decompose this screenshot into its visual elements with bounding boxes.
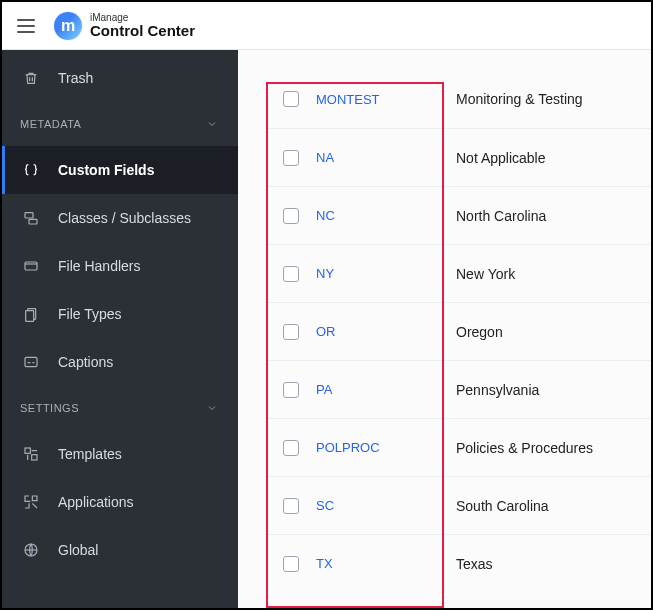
- classes-icon: [20, 210, 42, 226]
- table-row: TXTexas: [266, 534, 651, 592]
- sidebar-item-file-types[interactable]: File Types: [2, 290, 238, 338]
- sidebar-header-label: METADATA: [20, 118, 81, 130]
- row-description: Oregon: [436, 324, 503, 340]
- table-row: NYNew York: [266, 244, 651, 302]
- svg-rect-1: [29, 219, 37, 224]
- svg-rect-2: [25, 262, 37, 270]
- row-checkbox-cell: [266, 440, 316, 456]
- row-checkbox-cell: [266, 382, 316, 398]
- row-checkbox[interactable]: [283, 382, 299, 398]
- sidebar-item-templates[interactable]: Templates: [2, 430, 238, 478]
- row-checkbox[interactable]: [283, 498, 299, 514]
- row-checkbox[interactable]: [283, 556, 299, 572]
- row-code-link[interactable]: NC: [316, 208, 436, 223]
- row-description: Not Applicable: [436, 150, 546, 166]
- table-row: POLPROCPolicies & Procedures: [266, 418, 651, 476]
- svg-rect-5: [25, 357, 37, 366]
- sidebar-item-applications[interactable]: Applications: [2, 478, 238, 526]
- row-checkbox-cell: [266, 266, 316, 282]
- sidebar-header-label: SETTINGS: [20, 402, 79, 414]
- svg-rect-6: [25, 448, 30, 453]
- captions-icon: [20, 354, 42, 370]
- table-row: OROregon: [266, 302, 651, 360]
- sidebar-item-label: Captions: [58, 354, 113, 370]
- sidebar-item-file-handlers[interactable]: File Handlers: [2, 242, 238, 290]
- sidebar-item-global[interactable]: Global: [2, 526, 238, 574]
- file-types-icon: [20, 306, 42, 322]
- table-row: NANot Applicable: [266, 128, 651, 186]
- row-checkbox-cell: [266, 208, 316, 224]
- sidebar-item-classes[interactable]: Classes / Subclasses: [2, 194, 238, 242]
- chevron-down-icon: [206, 402, 218, 414]
- sidebar: Trash METADATA Custom Fields Classes / S…: [2, 50, 238, 608]
- row-description: Policies & Procedures: [436, 440, 593, 456]
- row-checkbox-cell: [266, 150, 316, 166]
- hamburger-menu-button[interactable]: [10, 10, 42, 42]
- row-code-link[interactable]: SC: [316, 498, 436, 513]
- table-row: PAPennsylvania: [266, 360, 651, 418]
- row-description: North Carolina: [436, 208, 546, 224]
- app-header: m iManage Control Center: [2, 2, 651, 50]
- sidebar-item-captions[interactable]: Captions: [2, 338, 238, 386]
- brand-big: Control Center: [90, 23, 195, 38]
- sidebar-header-metadata[interactable]: METADATA: [2, 102, 238, 146]
- row-checkbox-cell: [266, 556, 316, 572]
- row-checkbox-cell: [266, 91, 316, 107]
- row-checkbox-cell: [266, 324, 316, 340]
- row-code-link[interactable]: OR: [316, 324, 436, 339]
- chevron-down-icon: [206, 118, 218, 130]
- file-handlers-icon: [20, 258, 42, 274]
- table-row: NCNorth Carolina: [266, 186, 651, 244]
- row-code-link[interactable]: PA: [316, 382, 436, 397]
- brand-logo[interactable]: m iManage Control Center: [54, 12, 195, 40]
- row-checkbox[interactable]: [283, 324, 299, 340]
- trash-icon: [20, 70, 42, 86]
- sidebar-item-trash[interactable]: Trash: [2, 54, 238, 102]
- sidebar-item-custom-fields[interactable]: Custom Fields: [2, 146, 238, 194]
- sidebar-item-label: File Handlers: [58, 258, 140, 274]
- row-description: Monitoring & Testing: [436, 91, 583, 107]
- row-checkbox[interactable]: [283, 440, 299, 456]
- svg-rect-7: [32, 455, 37, 460]
- row-code-link[interactable]: NY: [316, 266, 436, 281]
- main-content: MONTESTMonitoring & TestingNANot Applica…: [238, 50, 651, 608]
- applications-icon: [20, 494, 42, 510]
- sidebar-item-label: Custom Fields: [58, 162, 154, 178]
- table-row: SCSouth Carolina: [266, 476, 651, 534]
- sidebar-item-label: Trash: [58, 70, 93, 86]
- row-checkbox-cell: [266, 498, 316, 514]
- data-table: MONTESTMonitoring & TestingNANot Applica…: [266, 70, 651, 592]
- table-row: MONTESTMonitoring & Testing: [266, 70, 651, 128]
- sidebar-item-label: Applications: [58, 494, 134, 510]
- svg-rect-0: [25, 213, 33, 218]
- sidebar-item-label: Templates: [58, 446, 122, 462]
- row-code-link[interactable]: MONTEST: [316, 92, 436, 107]
- row-code-link[interactable]: NA: [316, 150, 436, 165]
- row-description: South Carolina: [436, 498, 549, 514]
- sidebar-item-label: Classes / Subclasses: [58, 210, 191, 226]
- templates-icon: [20, 446, 42, 462]
- row-description: New York: [436, 266, 515, 282]
- row-code-link[interactable]: TX: [316, 556, 436, 571]
- brand-logo-text: iManage Control Center: [90, 13, 195, 38]
- globe-icon: [20, 542, 42, 558]
- row-checkbox[interactable]: [283, 266, 299, 282]
- svg-rect-4: [26, 311, 34, 322]
- row-description: Pennsylvania: [436, 382, 539, 398]
- sidebar-item-label: Global: [58, 542, 98, 558]
- sidebar-header-settings[interactable]: SETTINGS: [2, 386, 238, 430]
- sidebar-item-label: File Types: [58, 306, 122, 322]
- row-description: Texas: [436, 556, 493, 572]
- row-checkbox[interactable]: [283, 150, 299, 166]
- row-checkbox[interactable]: [283, 91, 299, 107]
- braces-icon: [20, 162, 42, 178]
- row-checkbox[interactable]: [283, 208, 299, 224]
- brand-logo-icon: m: [54, 12, 82, 40]
- row-code-link[interactable]: POLPROC: [316, 440, 436, 455]
